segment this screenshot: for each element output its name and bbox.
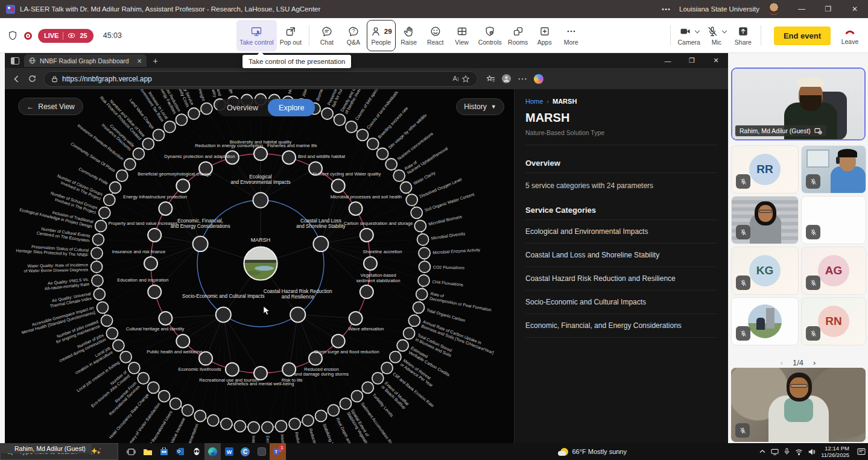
taskbar-clock[interactable]: 12:14 PM 11/26/2025 [821,445,849,458]
back-icon[interactable] [8,74,24,84]
metric-node[interactable] [372,373,384,384]
store-icon[interactable] [156,443,172,460]
chevron-down-icon[interactable] [694,28,699,33]
metric-node[interactable] [92,275,103,286]
metric-node[interactable] [381,362,393,374]
metric-node[interactable] [315,410,327,421]
tray-display-icon[interactable] [771,449,779,455]
collections-icon[interactable] [486,75,495,83]
participant-tile[interactable] [731,297,799,345]
apps-button[interactable]: Apps [531,20,558,51]
tray-mic-icon[interactable] [784,448,790,455]
parameter-node[interactable] [282,363,296,376]
metric-node[interactable] [91,247,103,259]
metric-node[interactable] [104,194,115,206]
parameter-node[interactable] [332,335,345,348]
metric-node[interactable] [340,398,351,409]
copilot-icon[interactable] [534,74,543,84]
browser-close-button[interactable]: ✕ [704,53,728,68]
parameter-node[interactable] [148,228,161,242]
metric-node[interactable] [419,247,430,259]
metric-node[interactable] [182,405,194,416]
camera-button[interactable]: Camera [675,20,703,51]
utility-icon[interactable] [253,443,270,460]
breadcrumb-home-link[interactable]: Home [525,98,543,105]
controls-button[interactable]: Controls [475,20,505,51]
prev-page-icon[interactable]: ‹ [781,358,783,367]
read-aloud-icon[interactable]: A⟩ [453,75,459,83]
tray-chevron-icon[interactable] [759,449,765,454]
parameter-node[interactable] [254,147,267,160]
parameter-node[interactable] [144,257,157,270]
parameter-node[interactable] [176,179,189,192]
metric-node[interactable] [116,170,128,181]
metric-node[interactable] [414,220,426,232]
metric-node[interactable] [93,289,105,300]
metric-node[interactable] [419,261,430,273]
metric-node[interactable] [393,170,405,181]
browser-more-icon[interactable]: ⋯ [518,73,528,84]
metric-node[interactable] [377,148,388,160]
metric-node[interactable] [390,351,401,363]
metric-node[interactable] [276,420,287,432]
raise-button[interactable]: Raise [396,20,422,51]
tab-close-icon[interactable]: ✕ [137,57,142,65]
metric-node[interactable] [138,373,149,384]
category-node[interactable] [216,307,231,322]
parameter-node[interactable] [332,179,345,192]
service-category-item[interactable]: Economic, Financial, and Energy Consider… [525,314,717,338]
metric-node[interactable] [262,421,273,433]
metric-node[interactable] [142,138,154,150]
restore-button[interactable]: ❐ [815,0,841,18]
metric-node[interactable] [401,182,412,194]
metric-node[interactable] [91,261,103,273]
category-node[interactable] [193,236,208,251]
word-icon[interactable]: W [221,443,237,460]
metric-node[interactable] [159,391,170,402]
metric-node[interactable] [289,418,300,430]
favorite-star-icon[interactable] [461,75,470,83]
metric-node[interactable] [113,340,124,351]
metric-node[interactable] [97,302,109,313]
chat-button[interactable]: Chat [314,20,340,51]
participant-tile-rr[interactable]: RR [731,145,799,194]
leave-button[interactable]: Leave [837,20,863,51]
parameter-node[interactable] [349,202,363,215]
take-control-button[interactable]: Take control [236,20,277,51]
metric-node[interactable] [207,415,219,426]
participant-tile-ag[interactable]: AG [801,247,866,295]
metric-node[interactable] [334,114,346,125]
task-view-icon[interactable] [123,443,139,460]
profile-icon[interactable] [501,74,512,84]
metric-node[interactable] [362,382,373,393]
service-category-item[interactable]: Ecological and Environmental Impacts [525,220,717,244]
metric-node[interactable] [302,415,314,426]
metric-node[interactable] [176,114,188,125]
metric-node[interactable] [221,418,232,430]
parameter-node[interactable] [148,285,161,298]
radial-graph[interactable]: MARSHEcologicaland Environmental Impacts… [5,89,514,443]
parameter-node[interactable] [176,335,189,348]
metric-node[interactable] [397,340,408,351]
metric-node[interactable] [411,207,422,218]
history-dropdown[interactable]: History▼ [456,98,504,115]
parameter-node[interactable] [360,285,373,298]
metric-node[interactable] [248,421,259,433]
taskbar-weather[interactable]: 66°F Mostly sunny [560,443,627,460]
metric-node[interactable] [385,159,397,170]
tray-volume-icon[interactable] [808,449,816,455]
share-button[interactable]: Share [730,20,756,51]
minimize-button[interactable]: — [788,0,815,18]
chevron-down-icon[interactable] [722,28,727,33]
participant-tile-kg[interactable]: KG [731,247,799,295]
view-button[interactable]: View [449,20,475,51]
metric-node[interactable] [110,182,121,194]
next-page-icon[interactable]: › [813,358,816,367]
metric-node[interactable] [164,121,176,133]
metric-node[interactable] [120,351,131,363]
metric-node[interactable] [418,275,429,286]
edge-icon[interactable] [204,443,221,460]
people-button[interactable]: 29People [367,20,396,51]
reset-view-button[interactable]: ←Reset View [18,98,83,115]
titlebar-more-icon[interactable]: ••• [662,5,671,13]
